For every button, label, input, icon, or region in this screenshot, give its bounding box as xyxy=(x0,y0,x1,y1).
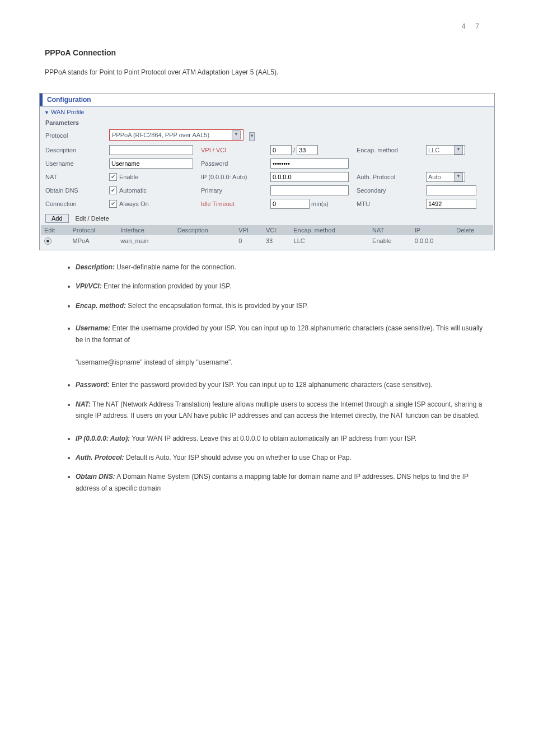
cell-vci: 33 xyxy=(263,235,291,246)
connection-checkbox[interactable]: ✔ Always On xyxy=(109,200,199,208)
auth-select[interactable]: Auto ▼ xyxy=(426,172,465,182)
description-list: Description: User-definable name for the… xyxy=(45,262,489,346)
lbl-auth: Auth. Protocol xyxy=(357,174,424,180)
lbl-mtu: MTU xyxy=(357,200,424,207)
lbl-ip: IP (0.0.0.0: Auto) xyxy=(201,174,268,180)
ip-input[interactable] xyxy=(270,172,349,182)
lbl-vpi-vci: VPI / VCI xyxy=(201,147,268,153)
cell-encap: LLC xyxy=(291,235,369,246)
th-delete: Delete xyxy=(453,225,493,235)
th-vci: VCI xyxy=(263,225,291,235)
lbl-encap: Encap. method xyxy=(357,147,424,153)
profile-table: Edit Protocol Interface Description VPI … xyxy=(41,225,493,246)
chevron-down-icon[interactable]: ▼ xyxy=(232,130,241,139)
protocol-value: PPPoA (RFC2864, PPP over AAL5) xyxy=(112,132,209,138)
vci-input[interactable] xyxy=(297,145,318,155)
panel-section[interactable]: ▼ WAN Profile xyxy=(40,106,494,118)
th-encap: Encap. method xyxy=(291,225,369,235)
cell-ip: 0.0.0.0 xyxy=(411,235,453,246)
add-button[interactable]: Add xyxy=(45,214,69,223)
edit-radio[interactable] xyxy=(44,237,51,245)
list-item-cont: "username@ispname" instead of simply "us… xyxy=(76,357,489,368)
edit-delete-label: Edit / Delete xyxy=(76,215,109,222)
cell-nat: Enable xyxy=(369,235,411,246)
table-header-row: Edit Protocol Interface Description VPI … xyxy=(41,225,493,235)
auth-value: Auto xyxy=(428,174,441,180)
dns-checkbox[interactable]: ✔ Automatic xyxy=(109,186,199,194)
chevron-down-icon[interactable]: ▼ xyxy=(454,172,463,181)
description-list-2: Password: Enter the password provided by… xyxy=(45,379,489,494)
table-row: MPoA wan_main 0 33 LLC Enable 0.0.0.0 xyxy=(41,235,493,246)
username-input[interactable] xyxy=(109,158,193,169)
intro-line: PPPoA stands for Point to Point Protocol… xyxy=(45,68,489,76)
nat-chk-label: Enable xyxy=(119,174,138,180)
encap-select[interactable]: LLC ▼ xyxy=(426,145,465,155)
description-input[interactable] xyxy=(109,145,193,155)
list-item: Description: User-definable name for the… xyxy=(76,262,489,273)
list-item: Password: Enter the password provided by… xyxy=(76,379,489,390)
chevron-down-icon[interactable]: ▼ xyxy=(249,132,255,141)
th-description: Description xyxy=(174,225,236,235)
encap-value: LLC xyxy=(428,147,439,153)
cell-interface: wan_main xyxy=(117,235,174,246)
heading-pppoa: PPPoA Connection xyxy=(45,48,489,57)
conn-chk-label: Always On xyxy=(119,200,149,207)
vpi-input[interactable] xyxy=(270,145,292,155)
chevron-down-icon[interactable]: ▼ xyxy=(454,146,463,155)
th-ip: IP xyxy=(411,225,453,235)
primary-input[interactable] xyxy=(270,185,349,195)
th-vpi: VPI xyxy=(235,225,263,235)
th-edit: Edit xyxy=(41,225,69,235)
parameters-label: Parameters xyxy=(40,118,494,128)
idle-input[interactable] xyxy=(270,199,310,209)
mtu-input[interactable] xyxy=(426,199,476,209)
th-nat: NAT xyxy=(369,225,411,235)
secondary-input[interactable] xyxy=(426,185,476,195)
dns-chk-label: Automatic xyxy=(119,187,147,194)
cell-description xyxy=(174,235,236,246)
page-number: 47 xyxy=(45,22,489,30)
protocol-select[interactable]: PPPoA (RFC2864, PPP over AAL5) ▼ xyxy=(109,129,243,141)
panel-section-label: WAN Profile xyxy=(51,109,85,115)
th-protocol: Protocol xyxy=(69,225,118,235)
config-panel: Configuration ▼ WAN Profile Parameters P… xyxy=(39,93,495,250)
list-item: Obtain DNS: A Domain Name System (DNS) c… xyxy=(76,471,489,494)
checkbox-icon: ✔ xyxy=(109,200,117,208)
lbl-secondary: Secondary xyxy=(357,187,424,194)
lbl-password: Password xyxy=(201,160,268,167)
lbl-connection: Connection xyxy=(45,200,107,207)
lbl-primary: Primary xyxy=(201,187,268,194)
list-item: VPI/VCI: Enter the information provided … xyxy=(76,281,489,292)
lbl-description: Description xyxy=(45,147,107,153)
nat-checkbox[interactable]: ✔ Enable xyxy=(109,173,199,181)
idle-unit: min(s) xyxy=(311,200,329,207)
cell-protocol: MPoA xyxy=(69,235,118,246)
cell-delete[interactable] xyxy=(453,235,493,246)
list-item: Encap. method: Select the encapsulation … xyxy=(76,300,489,311)
password-input[interactable] xyxy=(270,158,349,169)
lbl-username: Username xyxy=(45,160,107,167)
checkbox-icon: ✔ xyxy=(109,186,117,194)
lbl-idle: Idle Timeout xyxy=(201,200,268,207)
list-item: IP (0.0.0.0: Auto): Your WAN IP address.… xyxy=(76,433,489,444)
chevron-down-icon: ▼ xyxy=(44,110,49,115)
cell-vpi: 0 xyxy=(235,235,263,246)
checkbox-icon: ✔ xyxy=(109,173,117,181)
list-item: Auth. Protocol: Default is Auto. Your IS… xyxy=(76,452,489,463)
panel-title: Configuration xyxy=(40,94,494,106)
lbl-nat: NAT xyxy=(45,174,107,180)
list-item: NAT: The NAT (Network Address Translatio… xyxy=(76,399,489,422)
lbl-protocol: Protocol xyxy=(45,132,107,139)
list-item: Username: Enter the username provided by… xyxy=(76,323,489,346)
lbl-obtain-dns: Obtain DNS xyxy=(45,187,107,194)
th-interface: Interface xyxy=(117,225,174,235)
